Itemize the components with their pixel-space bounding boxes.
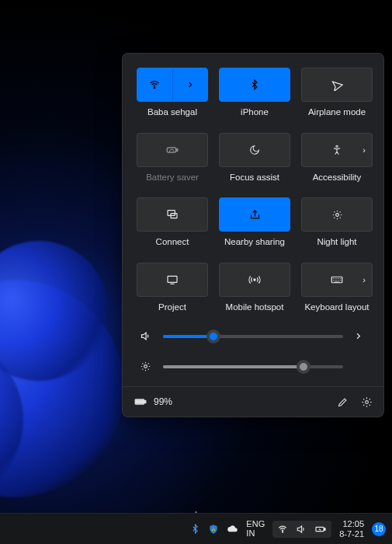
chevron-right-icon: › — [363, 275, 366, 284]
airplane-tile[interactable] — [301, 68, 373, 102]
volume-icon — [296, 524, 307, 535]
svg-rect-7 — [168, 276, 177, 282]
accessibility-tile[interactable]: › — [301, 133, 373, 167]
airplane-icon — [331, 78, 343, 91]
svg-rect-15 — [213, 528, 214, 529]
svg-point-10 — [144, 365, 147, 368]
brightness-row: · — [137, 356, 369, 377]
svg-point-17 — [283, 531, 283, 532]
svg-rect-12 — [144, 401, 146, 403]
clock-time: 12:05 — [342, 519, 364, 528]
svg-point-14 — [366, 400, 369, 403]
clock[interactable]: 12:05 8-7-21 — [339, 519, 364, 538]
share-icon — [249, 209, 261, 221]
settings-button[interactable] — [361, 396, 373, 408]
quick-settings-grid: Baba sehgal iPhone Airplane mode Battery… — [137, 68, 369, 321]
bluetooth-label: iPhone — [241, 108, 269, 117]
svg-point-6 — [335, 213, 338, 216]
svg-point-8 — [254, 278, 255, 280]
brightness-icon[interactable] — [138, 361, 152, 372]
night-light-tile[interactable] — [301, 197, 373, 232]
shield-warning-icon — [208, 524, 219, 535]
tray-volume[interactable] — [296, 524, 307, 535]
lang-bottom: IN — [246, 529, 255, 539]
wifi-label: Baba sehgal — [147, 108, 197, 117]
battery-saver-icon — [165, 143, 179, 157]
battery-percent: 99% — [154, 396, 172, 407]
clock-date: 8-7-21 — [339, 529, 364, 539]
wifi-toggle[interactable] — [137, 68, 172, 101]
nearby-sharing-label: Nearby sharing — [224, 238, 285, 247]
svg-rect-16 — [213, 529, 214, 530]
wifi-icon — [148, 78, 161, 91]
moon-icon — [249, 145, 260, 155]
keyboard-layout-label: Keyboard layout — [304, 303, 369, 312]
airplane-label: Airplane mode — [308, 108, 366, 117]
project-tile[interactable] — [137, 263, 208, 297]
cloud-icon — [227, 523, 238, 535]
lang-top: ENG — [246, 520, 265, 529]
chevron-right-icon — [354, 332, 363, 340]
language-switch[interactable]: ENG IN — [246, 520, 265, 538]
edit-button[interactable] — [337, 396, 349, 408]
cast-icon — [166, 208, 179, 221]
hotspot-tile[interactable] — [219, 263, 290, 297]
hotspot-label: Mobile hotspot — [226, 303, 284, 312]
volume-slider[interactable] — [163, 335, 343, 338]
connect-tile[interactable] — [137, 197, 208, 232]
volume-row — [137, 326, 369, 347]
volume-output-expand[interactable] — [354, 332, 368, 340]
wifi-expand[interactable] — [172, 68, 208, 101]
svg-point-3 — [336, 145, 338, 147]
battery-charging-icon — [314, 523, 327, 535]
tray-battery[interactable] — [314, 523, 327, 535]
night-light-label: Night light — [317, 238, 356, 247]
svg-point-0 — [154, 87, 155, 88]
accessibility-icon — [331, 145, 342, 155]
notifications-badge[interactable]: 18 — [372, 522, 386, 536]
svg-rect-4 — [168, 211, 175, 216]
panel-footer: 99% — [123, 386, 383, 417]
hotspot-icon — [248, 274, 261, 286]
quick-settings-panel: Baba sehgal iPhone Airplane mode Battery… — [122, 53, 384, 417]
tray-onedrive[interactable] — [227, 523, 238, 535]
tray-bluetooth[interactable] — [190, 524, 200, 534]
battery-saver-label: Battery saver — [146, 173, 199, 183]
nearby-sharing-tile[interactable] — [219, 197, 290, 232]
battery-icon — [134, 395, 147, 409]
accessibility-label: Accessibility — [313, 173, 362, 183]
gear-icon — [361, 396, 373, 408]
wifi-icon — [277, 524, 288, 535]
svg-rect-2 — [176, 148, 178, 151]
wifi-tile[interactable] — [137, 68, 208, 102]
project-icon — [166, 274, 179, 286]
tray-wifi[interactable] — [277, 524, 288, 535]
volume-icon[interactable] — [138, 330, 152, 342]
connect-label: Connect — [156, 238, 189, 247]
svg-rect-19 — [324, 528, 325, 530]
focus-assist-tile[interactable] — [219, 133, 290, 167]
pencil-icon — [337, 396, 349, 408]
battery-saver-tile[interactable] — [137, 133, 208, 167]
focus-assist-label: Focus assist — [230, 173, 279, 183]
system-tray-group[interactable] — [272, 521, 331, 538]
bluetooth-icon — [249, 79, 260, 90]
bluetooth-tile[interactable] — [219, 68, 290, 102]
chevron-right-icon: › — [363, 145, 366, 155]
tray-security-warning[interactable] — [208, 524, 219, 535]
keyboard-layout-tile[interactable]: › — [301, 263, 373, 297]
brightness-slider[interactable] — [163, 365, 343, 368]
bluetooth-icon — [190, 524, 200, 534]
svg-rect-13 — [136, 400, 143, 403]
chevron-right-icon — [186, 81, 194, 89]
svg-rect-1 — [167, 148, 175, 152]
keyboard-icon — [330, 273, 344, 287]
taskbar: ENG IN 12:05 8-7-21 18 — [0, 513, 392, 544]
project-label: Project — [158, 303, 186, 312]
night-light-icon — [331, 209, 343, 221]
